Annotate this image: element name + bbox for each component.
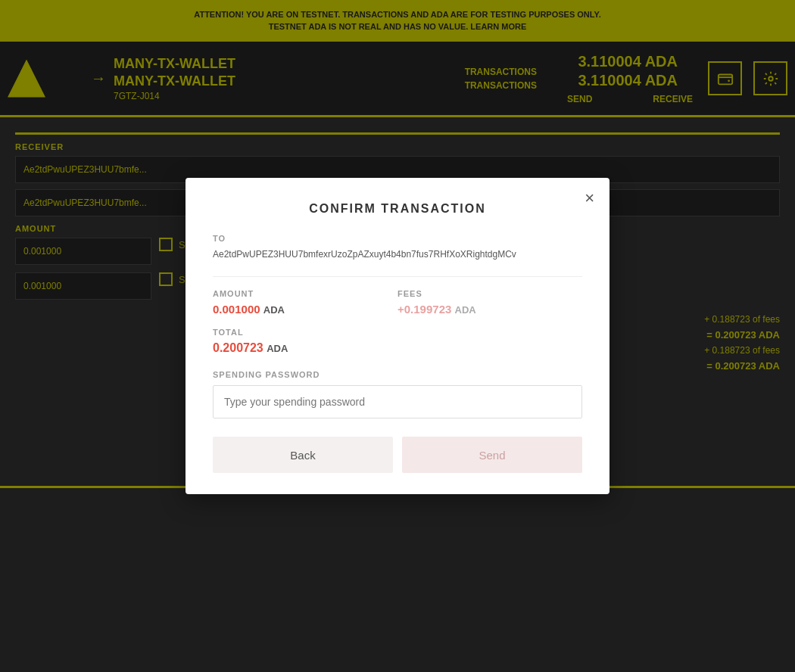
modal-fees-num: +0.199723 (398, 303, 451, 316)
back-button[interactable]: Back (213, 437, 393, 473)
modal-total-unit-label: ADA (267, 343, 288, 354)
modal-fees-label: FEES (398, 289, 582, 298)
modal-close-button[interactable]: × (585, 190, 594, 207)
modal-amount-block: AMOUNT 0.001000 ADA (213, 289, 398, 316)
modal-total-label: TOTAL (213, 328, 582, 337)
modal-title: CONFIRM TRANSACTION (213, 202, 582, 216)
confirm-transaction-modal: CONFIRM TRANSACTION × TO Ae2tdPwUPEZ3HUU… (186, 178, 610, 494)
modal-address: Ae2tdPwUPEZ3HUU7bmfexrUzoZpAZxuyt4b4bn7f… (213, 247, 582, 261)
modal-buttons: Back Send (213, 437, 582, 473)
modal-to-label: TO (213, 234, 582, 243)
modal-amount-value: 0.001000 ADA (213, 303, 398, 316)
modal-fees-unit-label: ADA (455, 304, 476, 316)
modal-fees-block: FEES +0.199723 ADA (398, 289, 582, 316)
modal-amount-num: 0.001000 (213, 303, 260, 316)
modal-amount-label: AMOUNT (213, 289, 398, 298)
modal-amount-unit-label: ADA (263, 304, 285, 316)
modal-total-value: 0.200723 ADA (213, 341, 582, 355)
spending-password-input[interactable] (213, 385, 582, 418)
modal-overlay: CONFIRM TRANSACTION × TO Ae2tdPwUPEZ3HUU… (0, 0, 795, 672)
modal-divider (213, 276, 582, 277)
send-button[interactable]: Send (402, 437, 582, 473)
modal-password-label: SPENDING PASSWORD (213, 370, 582, 379)
modal-total-num: 0.200723 (213, 341, 263, 354)
modal-fees-value: +0.199723 ADA (398, 303, 582, 316)
modal-amounts-row: AMOUNT 0.001000 ADA FEES +0.199723 ADA (213, 289, 582, 316)
